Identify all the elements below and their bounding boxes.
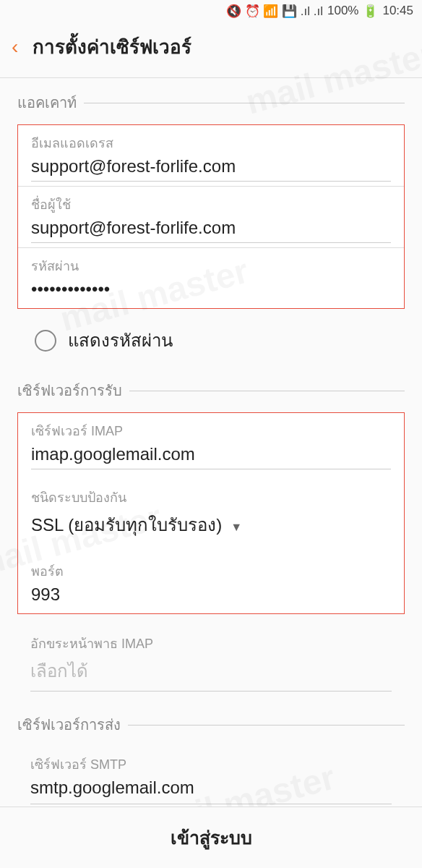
incoming-section-label: เซิร์ฟเวอร์การรับ (17, 379, 122, 402)
port-label: พอร์ต (31, 561, 391, 582)
imap-server-value[interactable]: imap.googlemail.com (31, 444, 391, 469)
username-value[interactable]: support@forest-forlife.com (31, 218, 391, 243)
smtp-server-value[interactable]: smtp.googlemail.com (30, 778, 392, 804)
back-icon[interactable]: ‹ (12, 35, 18, 59)
security-value[interactable]: SSL (ยอมรับทุกใบรับรอง) (31, 511, 222, 543)
port-value[interactable]: 993 (31, 584, 391, 609)
imap-path-field[interactable]: อักขระหน้าพาธ IMAP เลือกได้ (17, 624, 405, 696)
battery-icon: 🔋 (363, 4, 378, 19)
incoming-box: เซิร์ฟเวอร์ IMAP imap.googlemail.com ชนิ… (17, 412, 405, 614)
header: ‹ การตั้งค่าเซิร์ฟเวอร์ (0, 22, 422, 77)
password-value[interactable]: ••••••••••••• (31, 279, 391, 304)
smtp-server-label: เซิร์ฟเวอร์ SMTP (30, 754, 392, 775)
status-icons: 🔇 ⏰ 📶 💾 .ıl .ıl (226, 4, 323, 19)
footer: เข้าสู่ระบบ (0, 807, 422, 868)
security-label: ชนิดระบบป้องกัน (31, 487, 391, 508)
email-label: อีเมลแอดเดรส (31, 132, 391, 153)
login-button[interactable]: เข้าสู่ระบบ (171, 827, 252, 848)
imap-path-label: อักขระหน้าพาธ IMAP (30, 633, 392, 654)
page-title: การตั้งค่าเซิร์ฟเวอร์ (33, 32, 191, 61)
show-password-label: แสดงรหัสผ่าน (68, 326, 173, 354)
clock: 10:45 (382, 4, 413, 18)
username-label: ชื่อผู้ใช้ (31, 194, 391, 215)
account-box: อีเมลแอดเดรส support@forest-forlife.com … (17, 124, 405, 309)
imap-server-field[interactable]: เซิร์ฟเวอร์ IMAP imap.googlemail.com (18, 413, 404, 474)
username-field[interactable]: ชื่อผู้ใช้ support@forest-forlife.com (18, 187, 404, 248)
security-field[interactable]: ชนิดระบบป้องกัน SSL (ยอมรับทุกใบรับรอง) … (18, 474, 404, 548)
outgoing-section-label: เซิร์ฟเวอร์การส่ง (17, 713, 121, 736)
battery-percent: 100% (327, 4, 358, 18)
password-label: รหัสผ่าน (31, 255, 391, 276)
smtp-server-field[interactable]: เซิร์ฟเวอร์ SMTP smtp.googlemail.com (17, 746, 405, 809)
email-field[interactable]: อีเมลแอดเดรส support@forest-forlife.com (18, 125, 404, 187)
chevron-down-icon[interactable]: ▼ (231, 521, 242, 534)
show-password-checkbox[interactable] (35, 330, 56, 352)
show-password-row[interactable]: แสดงรหัสผ่าน (0, 319, 422, 376)
status-bar: 🔇 ⏰ 📶 💾 .ıl .ıl 100% 🔋 10:45 (0, 0, 422, 22)
account-section-label: แอคเคาท์ (17, 91, 77, 114)
password-field[interactable]: รหัสผ่าน ••••••••••••• (18, 248, 404, 308)
port-field[interactable]: พอร์ต 993 (18, 548, 404, 613)
email-value[interactable]: support@forest-forlife.com (31, 156, 391, 182)
imap-server-label: เซิร์ฟเวอร์ IMAP (31, 420, 391, 441)
imap-path-placeholder[interactable]: เลือกได้ (30, 657, 392, 692)
